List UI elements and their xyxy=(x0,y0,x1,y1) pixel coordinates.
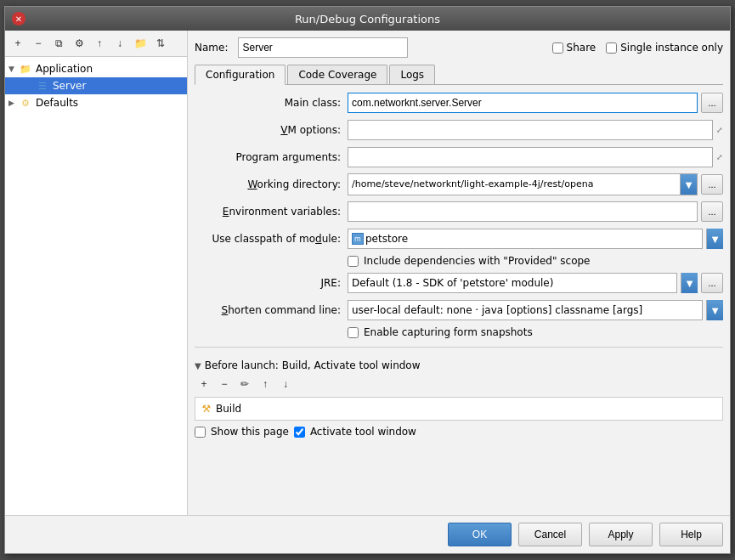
close-button[interactable]: ✕ xyxy=(12,12,25,25)
activate-tool-window-checkbox[interactable] xyxy=(294,427,305,438)
shorten-dropdown[interactable]: user-local default: none · java [options… xyxy=(348,300,703,320)
build-label: Build xyxy=(216,403,241,415)
enable-form-row: Enable capturing form snapshots xyxy=(348,326,723,338)
name-row: Name: Share Single instance only xyxy=(195,37,723,58)
shorten-row: Shorten command line: user-local default… xyxy=(195,299,723,321)
folder-button[interactable]: 📁 xyxy=(131,34,150,53)
env-vars-browse-button[interactable]: ... xyxy=(701,201,723,222)
vm-options-control: ⤢ xyxy=(348,120,723,140)
move-up-button[interactable]: ↑ xyxy=(90,34,109,53)
env-vars-row: Environment variables: ... xyxy=(195,201,723,223)
before-launch-title: Before launch: Build, Activate tool wind… xyxy=(205,359,421,371)
jre-row: JRE: Default (1.8 - SDK of 'petstore' mo… xyxy=(195,272,723,294)
before-launch-section: ▼ Before launch: Build, Activate tool wi… xyxy=(195,359,723,438)
tree-arrow-defaults: ▶ xyxy=(8,99,19,107)
program-args-expand-icon: ⤢ xyxy=(716,153,723,161)
shorten-label: Shorten command line: xyxy=(195,304,348,316)
dialog-title: Run/Debug Configurations xyxy=(25,13,710,25)
main-class-label: Main class: xyxy=(195,97,348,109)
tree-item-application[interactable]: ▼ 📁 Application xyxy=(5,60,187,77)
include-deps-row: Include dependencies with "Provided" sco… xyxy=(348,255,723,267)
env-vars-input[interactable] xyxy=(348,201,698,222)
main-class-browse-button[interactable]: ... xyxy=(701,93,723,113)
main-class-row: Main class: ... xyxy=(195,92,723,114)
title-bar: ✕ Run/Debug Configurations xyxy=(5,7,730,31)
single-instance-text: Single instance only xyxy=(620,42,723,54)
tab-code-coverage[interactable]: Code Coverage xyxy=(287,65,387,84)
tree-label-server: Server xyxy=(53,80,86,92)
collapse-arrow-icon[interactable]: ▼ xyxy=(195,361,201,371)
configuration-form: Main class: ... VM options: ⤢ xyxy=(195,92,723,508)
env-vars-label: Environment variables: xyxy=(195,206,348,218)
main-class-input[interactable] xyxy=(348,93,698,113)
tree-item-defaults[interactable]: ▶ ⚙ Defaults xyxy=(5,94,187,111)
vm-options-row: VM options: ⤢ xyxy=(195,119,723,141)
shorten-control: user-local default: none · java [options… xyxy=(348,300,723,320)
before-launch-remove-button[interactable]: − xyxy=(215,375,234,393)
module-icon: m xyxy=(352,233,364,245)
tree-item-server[interactable]: ☰ Server xyxy=(5,77,187,94)
cancel-button[interactable]: Cancel xyxy=(518,523,582,546)
jre-control: Default (1.8 - SDK of 'petstore' module)… xyxy=(348,273,723,293)
apply-button[interactable]: Apply xyxy=(589,523,653,546)
shorten-dropdown-arrow[interactable]: ▼ xyxy=(706,300,723,320)
before-launch-add-button[interactable]: + xyxy=(195,375,213,393)
working-dir-row: Working directory: /home/steve/networknt… xyxy=(195,173,723,195)
include-deps-checkbox[interactable] xyxy=(348,256,359,267)
jre-browse-button[interactable]: ... xyxy=(701,273,723,293)
program-args-control: ⤢ xyxy=(348,147,723,167)
help-button[interactable]: Help xyxy=(659,523,723,546)
tree-label-application: Application xyxy=(36,63,93,75)
tab-logs[interactable]: Logs xyxy=(389,65,435,84)
enable-form-checkbox[interactable] xyxy=(348,327,359,338)
ok-button[interactable]: OK xyxy=(448,523,512,546)
working-dir-browse-button[interactable]: ... xyxy=(701,174,723,195)
program-args-input[interactable] xyxy=(348,147,713,167)
working-dir-dropdown[interactable]: /home/steve/networknt/light-example-4j/r… xyxy=(348,173,698,195)
show-page-checkbox[interactable] xyxy=(195,427,206,438)
bottom-bar: OK Cancel Apply Help xyxy=(5,515,730,553)
classpath-dropdown-arrow[interactable]: ▼ xyxy=(706,229,723,249)
single-instance-label[interactable]: Single instance only xyxy=(606,42,723,54)
env-vars-control: ... xyxy=(348,201,723,222)
jre-dropdown[interactable]: Default (1.8 - SDK of 'petstore' module) xyxy=(348,273,677,293)
working-dir-label: Working directory: xyxy=(195,178,348,190)
program-args-label: Program arguments: xyxy=(195,151,348,163)
left-toolbar: + − ⧉ ⚙ ↑ ↓ 📁 ⇅ xyxy=(5,31,187,57)
copy-config-button[interactable]: ⧉ xyxy=(49,34,68,53)
tab-configuration[interactable]: Configuration xyxy=(195,65,286,85)
before-launch-up-button[interactable]: ↑ xyxy=(256,375,274,393)
tree-arrow-application: ▼ xyxy=(8,65,19,73)
before-launch-down-button[interactable]: ↓ xyxy=(276,375,295,393)
program-args-row: Program arguments: ⤢ xyxy=(195,146,723,168)
working-dir-arrow-icon: ▼ xyxy=(680,174,697,195)
checkboxes-area: Share Single instance only xyxy=(552,42,723,54)
activate-tool-window-label: Activate tool window xyxy=(310,426,416,438)
config-tree: ▼ 📁 Application ☰ Server ▶ ⚙ Defaults xyxy=(5,57,187,515)
tree-label-defaults: Defaults xyxy=(36,97,78,109)
remove-config-button[interactable]: − xyxy=(29,34,48,53)
vm-options-input[interactable] xyxy=(348,120,713,140)
working-dir-control: /home/steve/networknt/light-example-4j/r… xyxy=(348,173,723,195)
settings-config-button[interactable]: ⚙ xyxy=(70,34,88,53)
add-config-button[interactable]: + xyxy=(8,34,27,53)
folder-icon: 📁 xyxy=(19,62,32,76)
build-item: ⚒ Build xyxy=(201,403,241,415)
left-panel: + − ⧉ ⚙ ↑ ↓ 📁 ⇅ ▼ 📁 Application xyxy=(5,31,188,515)
before-launch-edit-button[interactable]: ✏ xyxy=(235,375,254,393)
build-icon: ⚒ xyxy=(201,403,212,415)
separator xyxy=(195,347,723,348)
tabs-bar: Configuration Code Coverage Logs xyxy=(195,65,723,85)
share-checkbox[interactable] xyxy=(552,42,563,54)
share-checkbox-label[interactable]: Share xyxy=(552,42,596,54)
defaults-icon: ⚙ xyxy=(19,96,32,110)
classpath-dropdown[interactable]: m petstore xyxy=(348,229,703,249)
jre-dropdown-arrow[interactable]: ▼ xyxy=(681,273,698,293)
move-down-button[interactable]: ↓ xyxy=(110,34,129,53)
name-input[interactable] xyxy=(238,37,408,58)
single-instance-checkbox[interactable] xyxy=(606,42,617,54)
vm-options-label: VM options: xyxy=(195,124,348,136)
vm-options-expand-icon: ⤢ xyxy=(716,126,723,134)
jre-label: JRE: xyxy=(195,277,348,289)
sort-button[interactable]: ⇅ xyxy=(151,34,170,53)
